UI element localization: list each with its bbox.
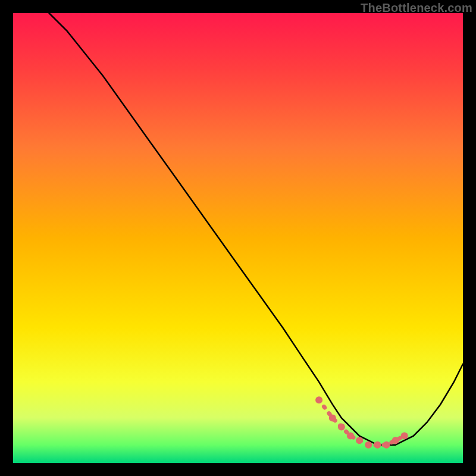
bottleneck-plot: [13, 13, 463, 463]
chart-frame: TheBottleneck.com: [0, 0, 476, 476]
optimal-region-marker: [401, 433, 408, 440]
optimal-region-marker: [392, 437, 399, 444]
optimal-region-marker: [347, 433, 354, 440]
optimal-region-marker: [338, 424, 345, 431]
optimal-region-marker: [365, 441, 372, 449]
optimal-region-marker: [383, 441, 390, 449]
optimal-region-marker: [329, 414, 336, 421]
chart-svg: [13, 13, 463, 463]
optimal-region-marker: [356, 437, 363, 444]
optimal-region-marker: [315, 396, 322, 403]
optimal-region-marker: [374, 441, 381, 449]
watermark: TheBottleneck.com: [361, 1, 472, 15]
gradient-background: [13, 13, 463, 463]
